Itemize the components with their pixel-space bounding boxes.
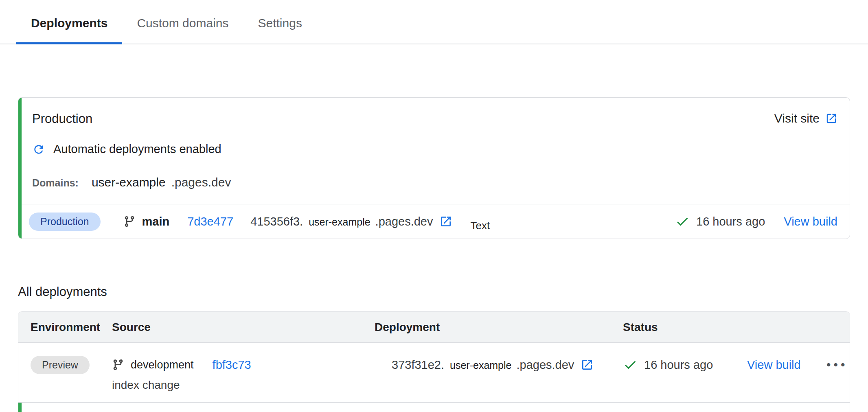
visit-site-link[interactable]: Visit site	[774, 112, 837, 125]
git-branch-icon	[112, 359, 124, 371]
branch-name: development	[131, 359, 194, 371]
table-header: Environment Source Deployment Status	[18, 312, 850, 343]
external-link-icon[interactable]	[439, 215, 452, 228]
production-card: Production Visit site Automatic deployme…	[18, 97, 850, 239]
table-row: Preview development fbf3c73 index change…	[18, 343, 850, 403]
deployments-table: Environment Source Deployment Status Pre…	[18, 311, 850, 412]
deployment-url-prefix: 373f31e2.	[392, 358, 444, 372]
commit-link[interactable]: fbf3c73	[213, 358, 251, 372]
tab-bar: Deployments Custom domains Settings	[0, 0, 868, 44]
source-cell: development fbf3c73 index change	[112, 355, 375, 392]
row-menu-button[interactable]: •••	[826, 355, 848, 375]
deployment-url-name: user-example	[309, 216, 370, 228]
tab-settings[interactable]: Settings	[243, 0, 316, 44]
deployment-url-name: user-example	[450, 359, 511, 371]
tab-custom-domains[interactable]: Custom domains	[122, 0, 243, 44]
deployment-url-suffix: .pages.dev	[375, 215, 433, 228]
branch-name: main	[142, 215, 170, 228]
environment-badge: Preview	[31, 356, 90, 374]
text-note: Text	[470, 219, 490, 232]
deployment-cell: 373f31e2. user-example .pages.dev	[375, 355, 623, 375]
view-build-link[interactable]: View build	[747, 358, 801, 372]
view-build-link[interactable]: View build	[784, 215, 837, 228]
git-branch-icon	[123, 215, 136, 228]
domain-name: user-example	[92, 175, 166, 189]
deployment-url: 415356f3. user-example .pages.dev	[250, 215, 452, 228]
production-strip-indicator	[18, 403, 22, 412]
external-link-icon	[825, 112, 837, 125]
external-link-icon[interactable]	[581, 358, 594, 371]
deployment-status: 16 hours ago	[675, 214, 765, 229]
production-deployment-row: Production main 7d3e477 415356f3. user-e…	[18, 204, 850, 239]
tab-deployments[interactable]: Deployments	[16, 0, 122, 44]
column-status: Status	[623, 321, 747, 334]
deployment-url-prefix: 415356f3.	[250, 215, 303, 228]
domains-label: Domains:	[32, 177, 79, 189]
production-card-title: Production	[32, 112, 92, 126]
column-source: Source	[112, 321, 375, 334]
deployment-time: 16 hours ago	[696, 215, 765, 228]
success-check-icon	[623, 357, 638, 372]
column-environment: Environment	[31, 321, 112, 334]
domains-line: Domains: user-example .pages.dev	[32, 175, 850, 189]
environment-badge: Production	[29, 213, 101, 231]
refresh-icon	[32, 143, 45, 156]
auto-deployments-text: Automatic deployments enabled	[53, 142, 221, 156]
deployment-url-suffix: .pages.dev	[516, 358, 574, 372]
column-deployment: Deployment	[375, 321, 623, 334]
commit-link[interactable]: 7d3e477	[187, 215, 233, 228]
success-check-icon	[675, 214, 690, 229]
domain-suffix: .pages.dev	[171, 175, 231, 189]
deployment-time: 16 hours ago	[644, 358, 713, 372]
next-row-partial	[18, 403, 850, 412]
all-deployments-title: All deployments	[18, 285, 868, 299]
commit-message: index change	[112, 379, 375, 392]
status-cell: 16 hours ago	[623, 355, 747, 375]
visit-site-label: Visit site	[774, 112, 820, 125]
